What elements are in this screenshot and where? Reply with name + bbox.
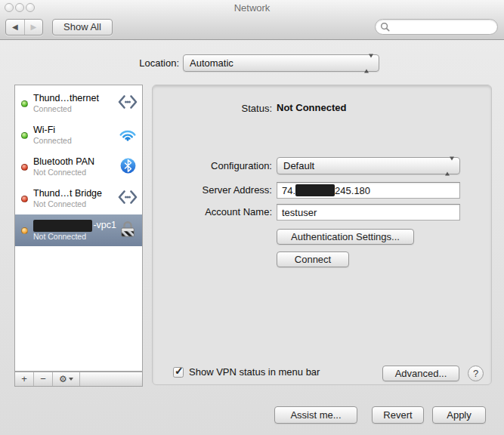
location-popup[interactable]: Automatic [183,54,379,72]
status-label: Status: [153,103,272,114]
show-vpn-status-label: Show VPN status in menu bar [189,366,320,378]
assist-me-button[interactable]: Assist me... [274,406,357,424]
vpn-lock-icon [116,220,139,241]
account-name-label: Account Name: [153,206,272,218]
server-address-field[interactable]: 74.245.180 [277,182,460,199]
status-dot-red [21,196,28,202]
show-all-button[interactable]: Show All [52,19,113,35]
status-dot-orange [21,227,28,234]
account-name-value: testuser [282,207,317,218]
popup-arrows-icon [445,160,454,171]
network-preferences-window: Network ◀ ▶ Show All Location: Automatic… [0,0,504,435]
gear-icon: ⚙ [59,372,67,386]
help-button[interactable]: ? [468,366,484,381]
menu-arrow-icon [69,378,73,381]
window-title: Network [0,2,504,14]
configuration-value: Default [283,160,314,171]
interface-row-bluetooth-pan[interactable]: Bluetooth PAN Not Connected [15,151,142,183]
server-address-label: Server Address: [153,184,272,196]
forward-button[interactable]: ▶ [25,20,43,35]
interface-row-thunderbolt-ethernet[interactable]: Thund…thernet Connected [15,88,142,119]
connection-detail-panel: Status: Not Connected Configuration: Def… [152,85,492,385]
add-interface-button[interactable]: + [15,372,34,386]
thunderbolt-ethernet-icon [116,94,139,113]
location-label: Location: [76,57,179,69]
wifi-icon [116,126,139,144]
show-vpn-status-row: ✓ Show VPN status in menu bar [173,366,320,378]
server-address-suffix: 245.180 [335,185,370,196]
revert-button[interactable]: Revert [372,406,424,424]
popup-arrows-icon [364,57,373,69]
account-name-field[interactable]: testuser [277,204,460,221]
interface-status: Not Connected [33,168,116,177]
interface-status: Not Connected [33,232,116,242]
interface-status: Connected [33,136,116,146]
interface-row-thunderbolt-bridge[interactable]: Thund…t Bridge Not Connected [15,183,142,214]
configuration-popup[interactable]: Default [277,157,460,174]
history-nav: ◀ ▶ [5,19,43,35]
advanced-button[interactable]: Advanced... [382,366,459,381]
redacted-text [33,220,92,232]
redacted-text [295,184,335,196]
interface-name: Wi-Fi [33,125,116,136]
checkmark-icon: ✓ [175,365,184,377]
status-dot-red [21,164,28,171]
interface-name: Thund…thernet [33,93,116,104]
interface-status: Connected [33,104,116,114]
interface-row-wifi[interactable]: Wi-Fi Connected [15,119,142,151]
interface-status: Not Connected [33,199,116,209]
location-value: Automatic [190,57,233,69]
interface-name: Thund…t Bridge [33,188,116,199]
interface-actions-menu-button[interactable]: ⚙ [53,372,80,386]
authentication-settings-button[interactable]: Authentication Settings... [277,229,414,245]
interface-list: Thund…thernet Connected Wi-Fi Connected … [14,85,143,372]
remove-interface-button[interactable]: − [34,372,53,386]
interface-row-vpn-selected[interactable]: -vpc1 Not Connected [15,214,142,246]
thunderbolt-bridge-icon [116,190,139,208]
back-button[interactable]: ◀ [6,20,25,35]
search-input[interactable] [375,19,498,35]
show-vpn-status-checkbox[interactable]: ✓ [173,367,184,378]
status-value: Not Connected [277,102,346,113]
interface-name: -vpc1 [93,220,116,231]
configuration-label: Configuration: [153,160,272,171]
interface-list-actions: + − ⚙ [14,372,143,387]
status-dot-green [21,100,28,107]
interface-name: Bluetooth PAN [33,156,116,168]
search-icon [380,22,390,32]
server-address-prefix: 74. [282,185,295,196]
status-dot-green [21,132,28,139]
apply-button[interactable]: Apply [432,406,486,424]
connect-button[interactable]: Connect [277,251,349,267]
title-bar: Network ◀ ▶ Show All [0,0,504,40]
bluetooth-icon [116,158,139,177]
